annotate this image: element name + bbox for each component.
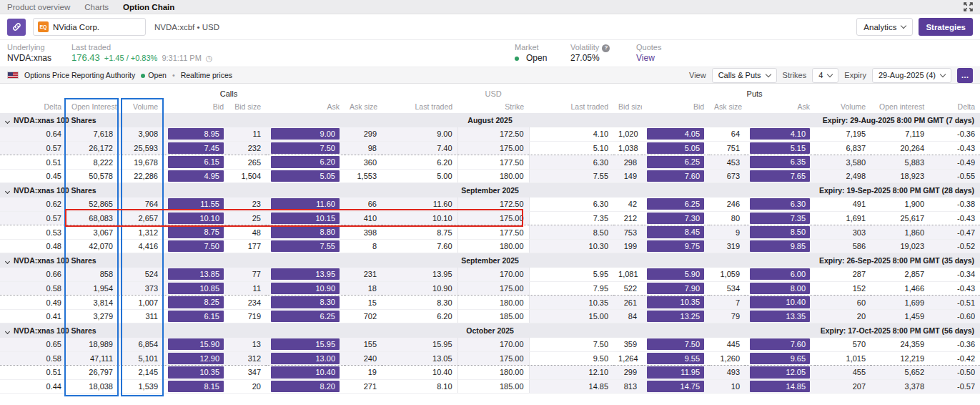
price-button-put-bid[interactable]: 14.75 (647, 381, 704, 393)
cell-ask[interactable]: 5.05 (266, 169, 345, 183)
price-button-ask[interactable]: 15.95 (271, 338, 340, 351)
cell-put-ask[interactable]: 6.35 (745, 155, 815, 170)
cell-ask[interactable]: 13.00 (266, 351, 345, 366)
cell-put-ask[interactable]: 9.85 (745, 239, 815, 253)
cell-put-bid[interactable]: 7.30 (642, 211, 709, 225)
price-button-put-ask[interactable]: 8.00 (750, 283, 810, 295)
cell-put-bid[interactable]: 6.25 (642, 197, 709, 212)
price-button-ask[interactable]: 10.15 (271, 213, 340, 225)
price-button-put-ask[interactable]: 9.65 (750, 353, 810, 365)
price-button-put-ask[interactable]: 9.85 (750, 240, 810, 253)
cell-bid[interactable]: 10.35 (163, 366, 229, 380)
cell-put-ask[interactable]: 8.00 (745, 281, 815, 296)
price-button-bid[interactable]: 12.90 (168, 353, 224, 365)
price-button-bid[interactable]: 6.15 (168, 156, 224, 168)
price-button-bid[interactable]: 10.10 (168, 213, 224, 225)
link-instrument-button[interactable] (7, 19, 26, 36)
price-button-put-bid[interactable]: 7.50 (647, 338, 704, 351)
price-button-put-bid[interactable]: 11.95 (647, 366, 704, 379)
expiry-group-header[interactable]: NVDA:xnas 100 SharesOctober 2025Expiry: … (0, 323, 980, 338)
cell-put-bid[interactable]: 5.90 (642, 268, 709, 282)
cell-put-ask[interactable]: 7.60 (745, 338, 815, 352)
price-button-put-bid[interactable]: 9.75 (647, 240, 704, 253)
price-button-put-bid[interactable]: 10.35 (647, 296, 704, 308)
collapse-chevron-icon[interactable] (5, 259, 10, 264)
price-button-put-bid[interactable]: 6.25 (647, 156, 704, 168)
cell-put-ask[interactable]: 4.10 (745, 127, 815, 142)
price-button-ask[interactable]: 7.50 (271, 142, 340, 155)
cell-bid[interactable]: 8.75 (163, 225, 229, 240)
cell-ask[interactable]: 6.25 (266, 309, 345, 323)
price-button-bid[interactable]: 13.85 (168, 268, 224, 280)
price-button-put-bid[interactable]: 7.60 (647, 170, 704, 182)
price-button-ask[interactable]: 5.05 (271, 170, 340, 182)
price-button-bid[interactable]: 11.55 (168, 198, 224, 210)
cell-ask[interactable]: 8.20 (266, 379, 345, 394)
cell-ask[interactable]: 9.00 (266, 127, 345, 142)
cell-put-ask[interactable]: 9.65 (745, 351, 815, 366)
price-button-bid[interactable]: 15.90 (168, 338, 224, 351)
tab-charts[interactable]: Charts (84, 3, 109, 11)
cell-ask[interactable]: 7.55 (266, 239, 345, 253)
cell-bid[interactable]: 7.50 (163, 239, 229, 253)
price-button-bid[interactable]: 7.45 (168, 142, 224, 155)
cell-bid[interactable]: 15.90 (163, 338, 229, 352)
cell-ask[interactable]: 10.15 (266, 211, 345, 225)
more-options-button[interactable]: … (957, 68, 973, 83)
price-button-put-ask[interactable]: 7.65 (750, 170, 810, 182)
column-header-put-bid-size[interactable]: Bid size (613, 99, 642, 113)
cell-put-ask[interactable]: 7.35 (745, 211, 815, 225)
column-header-put-ask-size[interactable]: Ask size (709, 99, 745, 113)
cell-put-bid[interactable]: 10.35 (642, 296, 709, 310)
cell-bid[interactable]: 4.95 (163, 169, 229, 183)
column-header-put-delta[interactable]: Delta (929, 99, 980, 113)
tab-product-overview[interactable]: Product overview (7, 3, 70, 11)
cell-put-bid[interactable]: 7.50 (642, 338, 709, 352)
price-button-put-bid[interactable]: 13.25 (647, 311, 704, 323)
column-header-put-ask[interactable]: Ask (745, 99, 815, 113)
expiry-group-header[interactable]: NVDA:xnas 100 SharesAugust 2025Expiry: 2… (0, 113, 980, 127)
price-button-put-ask[interactable]: 5.15 (750, 142, 810, 155)
tab-option-chain[interactable]: Option Chain (123, 3, 174, 11)
collapse-chevron-icon[interactable] (5, 119, 10, 124)
column-header-last-traded[interactable]: Last traded (382, 99, 457, 113)
column-header-open-interest[interactable]: Open Interest (66, 99, 118, 113)
cell-put-bid[interactable]: 5.05 (642, 141, 709, 155)
cell-put-bid[interactable]: 13.25 (642, 309, 709, 323)
price-button-ask[interactable]: 13.00 (271, 353, 340, 365)
cell-ask[interactable]: 8.80 (266, 225, 345, 240)
instrument-search-box[interactable]: EQ (33, 18, 146, 36)
price-button-put-ask[interactable]: 6.30 (750, 198, 810, 210)
instrument-search-input[interactable] (53, 23, 132, 31)
cell-put-ask[interactable]: 7.65 (745, 169, 815, 183)
price-button-bid[interactable]: 10.85 (168, 283, 224, 295)
price-button-ask[interactable]: 8.80 (271, 226, 340, 238)
price-button-put-ask[interactable]: 13.35 (750, 311, 810, 323)
price-button-put-bid[interactable]: 7.90 (647, 283, 704, 295)
cell-bid[interactable]: 10.10 (163, 211, 229, 225)
cell-ask[interactable]: 10.90 (266, 281, 345, 296)
column-header-bid-size[interactable]: Bid size (229, 99, 266, 113)
cell-bid[interactable]: 8.15 (163, 379, 229, 394)
price-button-put-bid[interactable]: 5.90 (647, 268, 704, 280)
price-button-ask[interactable]: 8.20 (271, 381, 340, 393)
column-header-delta[interactable]: Delta (0, 99, 66, 113)
cell-ask[interactable]: 8.30 (266, 296, 345, 310)
column-header-bid[interactable]: Bid (163, 99, 229, 113)
column-header-volume[interactable]: Volume (118, 99, 163, 113)
column-header-ask[interactable]: Ask (266, 99, 345, 113)
cell-ask[interactable]: 15.95 (266, 338, 345, 352)
price-button-put-bid[interactable]: 9.55 (647, 353, 704, 365)
cell-bid[interactable]: 12.90 (163, 351, 229, 366)
price-button-put-bid[interactable]: 4.05 (647, 128, 704, 140)
column-header-put-volume[interactable]: Volume (815, 99, 871, 113)
price-button-put-bid[interactable]: 5.05 (647, 142, 704, 155)
cell-put-ask[interactable]: 6.00 (745, 268, 815, 282)
cell-put-ask[interactable]: 10.40 (745, 296, 815, 310)
column-header-put-bid[interactable]: Bid (642, 99, 709, 113)
price-button-put-ask[interactable]: 8.50 (750, 226, 810, 238)
collapse-chevron-icon[interactable] (5, 329, 10, 334)
price-button-put-ask[interactable]: 12.05 (750, 366, 810, 379)
column-header-ask-size[interactable]: Ask size (345, 99, 382, 113)
analytics-dropdown[interactable]: Analytics (856, 18, 913, 36)
